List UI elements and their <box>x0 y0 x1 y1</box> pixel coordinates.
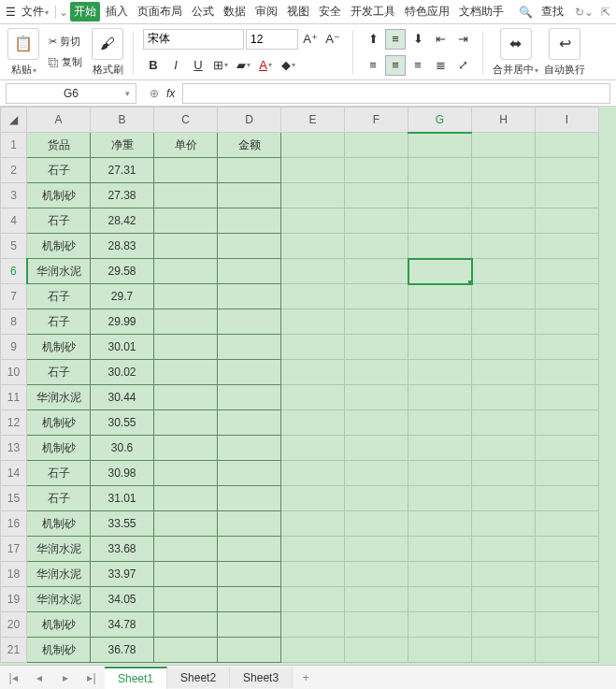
cell[interactable] <box>536 208 599 234</box>
cell[interactable]: 30.98 <box>91 461 154 486</box>
col-header[interactable]: E <box>281 108 345 133</box>
cell[interactable] <box>472 385 536 410</box>
cell[interactable]: 华润水泥 <box>27 587 91 612</box>
cell[interactable] <box>408 612 472 638</box>
cell[interactable] <box>218 562 281 587</box>
row-header[interactable]: 17 <box>1 537 27 562</box>
file-menu[interactable]: 文件 <box>18 2 52 22</box>
cell[interactable] <box>472 587 536 612</box>
cell[interactable] <box>154 234 218 259</box>
cell[interactable]: 机制砂 <box>27 612 91 638</box>
cell[interactable]: 34.05 <box>91 587 154 612</box>
row-header[interactable]: 12 <box>1 410 27 436</box>
cell[interactable] <box>281 587 345 612</box>
name-box[interactable]: G6 <box>6 83 136 104</box>
cell[interactable]: 机制砂 <box>27 335 91 360</box>
row-header[interactable]: 2 <box>1 158 27 183</box>
effects-button[interactable]: ◆ <box>278 55 298 76</box>
col-header[interactable]: G <box>408 108 472 133</box>
cell[interactable] <box>154 309 218 335</box>
cell[interactable] <box>536 587 599 612</box>
spreadsheet-grid[interactable]: ◢ A B C D E F G H I 1 货品 净重 单价 金额 2石子27.… <box>0 107 616 665</box>
cell[interactable] <box>154 638 218 663</box>
cell[interactable] <box>472 335 536 360</box>
bold-button[interactable]: B <box>143 55 164 76</box>
first-sheet-button[interactable]: |◂ <box>0 667 26 689</box>
cell[interactable] <box>218 410 281 436</box>
share-icon[interactable]: ⇱ <box>601 6 610 19</box>
cell[interactable] <box>218 234 281 259</box>
cell[interactable] <box>472 612 536 638</box>
cell[interactable] <box>536 284 599 309</box>
increase-indent-button[interactable]: ⇥ <box>452 29 473 50</box>
formula-input[interactable] <box>182 83 610 104</box>
cell[interactable] <box>154 284 218 309</box>
cell[interactable] <box>281 158 345 183</box>
hamburger-icon[interactable]: ☰ <box>6 6 16 19</box>
cell[interactable] <box>218 183 281 208</box>
cell[interactable]: 华润水泥 <box>27 259 91 284</box>
cell[interactable] <box>345 385 408 410</box>
cell[interactable] <box>345 259 408 284</box>
wrap-button[interactable]: ↩ <box>549 28 580 60</box>
cell[interactable] <box>536 259 599 284</box>
expand-icon[interactable]: ⊕ <box>150 87 159 100</box>
cell[interactable]: 华润水泥 <box>27 537 91 562</box>
cell[interactable] <box>218 360 281 385</box>
row-header[interactable]: 14 <box>1 461 27 486</box>
tab-insert[interactable]: 插入 <box>102 2 132 22</box>
align-center-button[interactable]: ≡ <box>385 55 406 76</box>
cell[interactable] <box>472 133 536 158</box>
select-all-corner[interactable]: ◢ <box>1 108 27 133</box>
col-header[interactable]: F <box>345 108 408 133</box>
cell[interactable] <box>154 587 218 612</box>
paste-label[interactable]: 粘贴 <box>11 63 36 77</box>
cell[interactable] <box>345 208 408 234</box>
cell[interactable] <box>536 183 599 208</box>
row-header[interactable]: 21 <box>1 638 27 663</box>
cell[interactable] <box>408 410 472 436</box>
cut-button[interactable]: ✂剪切 <box>45 33 84 50</box>
cell[interactable] <box>408 587 472 612</box>
align-top-button[interactable]: ⬆ <box>363 29 383 50</box>
font-color-button[interactable]: A <box>255 55 276 76</box>
sheet-tab[interactable]: Sheet3 <box>230 667 293 688</box>
cell[interactable] <box>472 259 536 284</box>
cell[interactable]: 机制砂 <box>27 638 91 663</box>
cell[interactable] <box>408 133 472 158</box>
cell[interactable] <box>281 486 345 511</box>
row-header[interactable]: 20 <box>1 612 27 638</box>
cell[interactable] <box>345 638 408 663</box>
cell[interactable] <box>345 511 408 537</box>
cell[interactable] <box>536 638 599 663</box>
cell[interactable]: 机制砂 <box>27 183 91 208</box>
cell[interactable] <box>218 461 281 486</box>
increase-font-button[interactable]: A⁺ <box>300 29 321 50</box>
cell[interactable] <box>281 537 345 562</box>
cell[interactable] <box>154 259 218 284</box>
cell[interactable] <box>281 436 345 461</box>
fx-icon[interactable]: fx <box>166 87 175 100</box>
cell[interactable] <box>345 587 408 612</box>
paste-button[interactable]: 📋 <box>7 28 39 60</box>
tab-start[interactable]: 开始 <box>70 2 100 22</box>
cell[interactable] <box>472 511 536 537</box>
cell[interactable] <box>218 309 281 335</box>
cell[interactable] <box>408 511 472 537</box>
cell[interactable] <box>408 208 472 234</box>
cell[interactable] <box>281 234 345 259</box>
cell[interactable]: 金额 <box>218 133 281 158</box>
cell[interactable] <box>281 638 345 663</box>
cell[interactable] <box>536 461 599 486</box>
cell[interactable] <box>408 284 472 309</box>
cell[interactable] <box>345 612 408 638</box>
cell[interactable] <box>218 385 281 410</box>
find-label[interactable]: 查找 <box>537 2 567 22</box>
tab-security[interactable]: 安全 <box>315 2 345 22</box>
cell[interactable]: 28.42 <box>91 208 154 234</box>
cell[interactable]: 石子 <box>27 158 91 183</box>
tab-data[interactable]: 数据 <box>220 2 250 22</box>
cell[interactable] <box>218 436 281 461</box>
row-header[interactable]: 7 <box>1 284 27 309</box>
cell[interactable] <box>536 537 599 562</box>
